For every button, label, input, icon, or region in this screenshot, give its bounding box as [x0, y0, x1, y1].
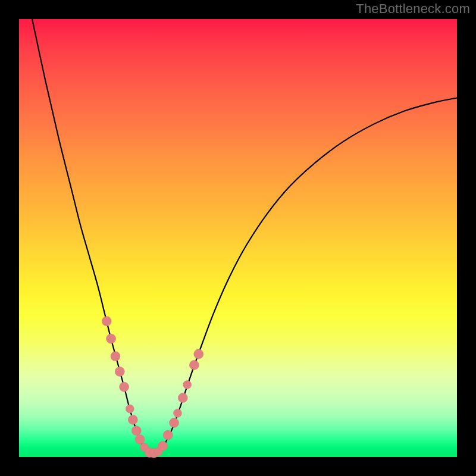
- highlight-dot: [170, 418, 179, 428]
- highlight-dot: [135, 435, 145, 444]
- highlight-dot: [115, 367, 124, 376]
- highlight-dot: [128, 415, 137, 424]
- highlight-dot: [120, 382, 129, 392]
- highlight-dot: [173, 409, 181, 417]
- curve-svg: [19, 19, 457, 457]
- watermark-text: TheBottleneck.com: [356, 1, 470, 17]
- highlight-dot: [183, 381, 192, 389]
- highlight-dot: [107, 334, 116, 343]
- highlight-dot: [111, 352, 120, 361]
- highlight-dots-group: [102, 317, 203, 458]
- chart-frame: TheBottleneck.com: [0, 0, 476, 476]
- highlight-dot: [163, 430, 173, 440]
- highlight-dot: [194, 349, 203, 359]
- highlight-dot: [131, 426, 141, 436]
- plot-area: [19, 19, 457, 457]
- highlight-dot: [158, 441, 167, 451]
- highlight-dot: [189, 360, 199, 369]
- highlight-dot: [126, 405, 134, 413]
- highlight-dot: [102, 317, 111, 326]
- highlight-dot: [178, 393, 187, 403]
- bottleneck-curve: [32, 19, 457, 453]
